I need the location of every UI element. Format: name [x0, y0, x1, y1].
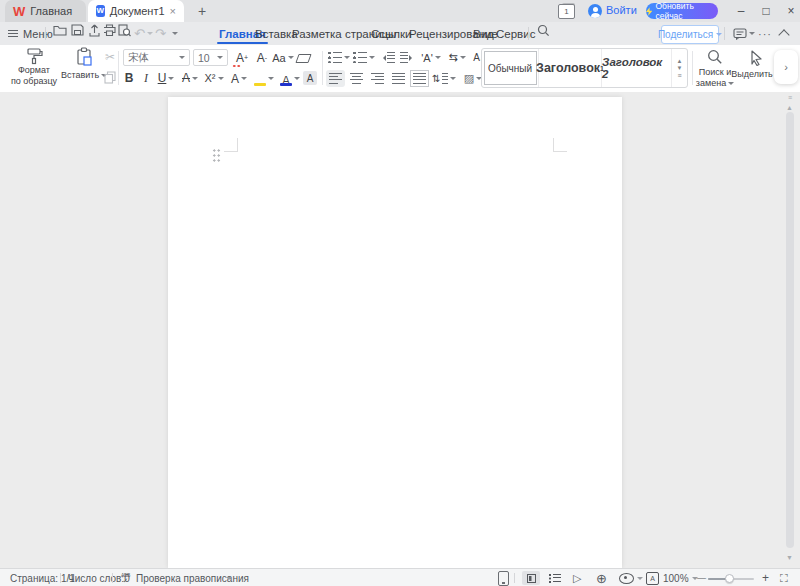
- web-view-button[interactable]: ⊕: [596, 569, 607, 586]
- text-wrap-button[interactable]: ⇆: [446, 50, 468, 65]
- play-view-button[interactable]: ▷: [573, 569, 581, 586]
- cut-button[interactable]: ✂: [102, 49, 118, 65]
- underline-button[interactable]: U: [155, 70, 177, 86]
- zoom-level-button[interactable]: 100%: [663, 569, 698, 586]
- gallery-up-icon[interactable]: ▲: [677, 58, 683, 64]
- menu-button[interactable]: Меню: [8, 22, 53, 45]
- align-center-button[interactable]: [347, 70, 366, 87]
- bold-button[interactable]: B: [122, 70, 136, 86]
- close-tab-icon[interactable]: ×: [170, 6, 176, 17]
- more-options-button[interactable]: ···: [758, 22, 772, 45]
- char-shading-button[interactable]: A: [303, 71, 317, 85]
- zoom-slider-thumb[interactable]: [725, 574, 734, 583]
- window-count-badge[interactable]: 1: [558, 4, 575, 19]
- chevron-down-icon: [637, 577, 643, 583]
- justify-button[interactable]: [389, 70, 408, 87]
- page-view-button[interactable]: [522, 569, 540, 586]
- copy-button[interactable]: [102, 69, 118, 85]
- style-heading2[interactable]: Заголовок 2: [602, 49, 672, 87]
- update-now-button[interactable]: Обновить сейчас: [646, 3, 718, 19]
- grow-font-button[interactable]: A+: [233, 49, 251, 66]
- style-normal[interactable]: Обычный: [482, 49, 539, 87]
- ribbon-search-button[interactable]: [535, 22, 551, 38]
- margin-mark-right-h: [553, 151, 567, 152]
- gallery-more-icon[interactable]: ≡: [677, 72, 681, 79]
- fit-page-button[interactable]: A: [646, 569, 659, 586]
- close-button[interactable]: ×: [782, 2, 800, 20]
- highlight-color-button[interactable]: [252, 70, 276, 86]
- change-case-button[interactable]: Aa: [272, 49, 294, 66]
- font-name-select[interactable]: 宋体: [123, 49, 190, 66]
- distribute-button[interactable]: [410, 70, 429, 87]
- redo-button[interactable]: ↷: [155, 22, 166, 45]
- zoom-out-button[interactable]: —: [697, 569, 706, 586]
- document-page[interactable]: [168, 97, 622, 568]
- fullscreen-button[interactable]: ⛶: [780, 569, 788, 586]
- superscript-button[interactable]: X²: [202, 70, 226, 86]
- chevron-down-icon: [168, 77, 174, 83]
- collapse-ribbon-button[interactable]: [780, 22, 788, 45]
- text-direction-button[interactable]: 'A': [419, 50, 443, 65]
- signin-link[interactable]: Войти: [606, 4, 637, 16]
- font-size-select[interactable]: 10: [193, 49, 228, 66]
- highlight-color-bar: [254, 83, 266, 86]
- numbering-button[interactable]: [353, 50, 375, 65]
- format-painter-button[interactable]: Формат по образцу: [8, 47, 60, 87]
- eye-protection-button[interactable]: [619, 569, 643, 586]
- mobile-view-button[interactable]: [498, 569, 509, 586]
- strikethrough-button[interactable]: A: [179, 70, 201, 86]
- ruler-toggle-icon[interactable]: ≡: [784, 94, 796, 101]
- maximize-button[interactable]: □: [757, 2, 775, 20]
- gallery-down-icon[interactable]: ▼: [677, 65, 683, 71]
- select-button[interactable]: Выделить: [736, 47, 776, 80]
- export-button[interactable]: [86, 22, 102, 38]
- drag-handle-icon[interactable]: [212, 148, 221, 162]
- align-right-button[interactable]: [368, 70, 387, 87]
- zoom-slider[interactable]: [708, 578, 754, 580]
- decrease-indent-button[interactable]: [378, 50, 396, 65]
- undo-icon: ↶: [134, 26, 145, 41]
- select-label: Выделить: [731, 69, 773, 80]
- outline-view-button[interactable]: [549, 569, 561, 586]
- print-button[interactable]: [101, 22, 117, 38]
- scroll-down-icon[interactable]: ▼: [786, 554, 793, 561]
- open-file-button[interactable]: [52, 22, 68, 38]
- avatar[interactable]: [588, 4, 602, 18]
- paste-icon: [75, 47, 93, 66]
- menubar: Меню ↶ ↷ Главная Вставка Разме: [0, 22, 800, 45]
- tab-document[interactable]: W Документ1 ×: [88, 0, 184, 22]
- spellcheck-label[interactable]: Проверка правописания: [136, 569, 249, 586]
- print-preview-button[interactable]: [116, 22, 132, 38]
- zoom-in-button[interactable]: +: [762, 569, 769, 586]
- vertical-scrollbar-thumb[interactable]: [786, 112, 794, 548]
- undo-button[interactable]: ↶: [134, 22, 153, 45]
- spellcheck-button[interactable]: АБВ ✓: [121, 569, 130, 586]
- save-button[interactable]: [69, 22, 85, 38]
- shrink-font-button[interactable]: A-: [253, 49, 271, 66]
- tab-home[interactable]: W Главная: [5, 0, 86, 22]
- find-label-2: замена: [696, 78, 726, 89]
- comment-button[interactable]: [733, 22, 755, 45]
- line-spacing-button[interactable]: ⇅: [432, 70, 456, 87]
- phonetic-guide-button[interactable]: A: [228, 70, 250, 86]
- styles-gallery-stepper[interactable]: ▲ ▼ ≡: [672, 49, 687, 87]
- new-tab-button[interactable]: +: [194, 2, 210, 19]
- minimize-button[interactable]: –: [732, 2, 750, 20]
- italic-button[interactable]: I: [139, 70, 153, 86]
- expand-toolbar-button[interactable]: ›: [774, 50, 798, 84]
- ribbon-toolbar: Формат по образцу Вставить ✂ 宋体 10: [0, 45, 800, 93]
- scroll-up-icon[interactable]: ▲: [786, 104, 793, 111]
- quick-toolbar-more-button[interactable]: [172, 22, 178, 45]
- increase-indent-button[interactable]: [398, 50, 416, 65]
- style-heading1[interactable]: Заголовок1: [539, 49, 602, 87]
- paste-button[interactable]: Вставить: [62, 47, 106, 81]
- page-indicator[interactable]: Страница: 1/1: [10, 569, 75, 586]
- bullets-button[interactable]: [328, 50, 350, 65]
- share-button[interactable]: Поделиться: [661, 25, 719, 44]
- align-left-button[interactable]: [326, 70, 345, 87]
- document-area[interactable]: ≡ ▲ ▼: [0, 92, 800, 568]
- ribbon-tab-tools[interactable]: Сервис: [493, 22, 538, 45]
- clear-format-button[interactable]: [296, 51, 310, 65]
- find-replace-button[interactable]: Поиск и замена: [694, 47, 736, 89]
- font-color-button[interactable]: A: [279, 70, 301, 86]
